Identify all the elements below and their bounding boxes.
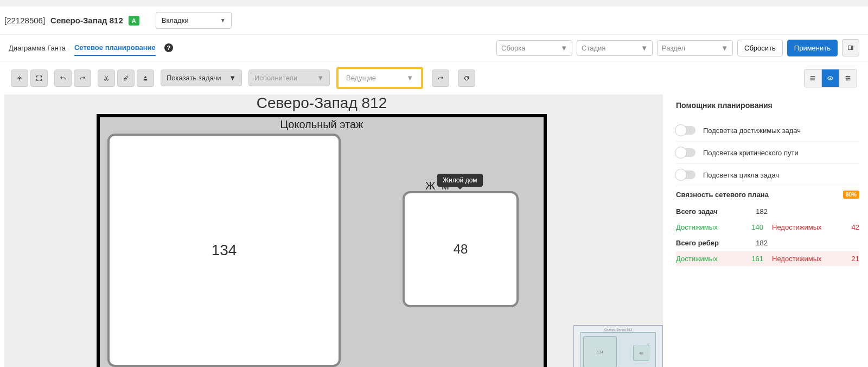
main: Северо-Запад 812 Цокольный этаж 134 Ж м … bbox=[0, 94, 868, 367]
tasks-reach-label: Достижимых bbox=[676, 223, 736, 231]
filter-assembly-label: Сборка bbox=[501, 44, 526, 52]
toggle-label-critical: Подсветка критического пути bbox=[703, 149, 799, 157]
tasks-unreach-value: 42 bbox=[832, 223, 859, 231]
filter-section-label: Раздел bbox=[662, 44, 685, 52]
view-mode-group bbox=[804, 69, 857, 87]
toggle-row-critical: Подсветка критического пути bbox=[676, 142, 859, 164]
chevron-down-icon: ▼ bbox=[317, 74, 324, 82]
cut-button[interactable] bbox=[98, 69, 115, 87]
fit-button[interactable] bbox=[11, 69, 28, 87]
node-value-2: 48 bbox=[454, 242, 468, 257]
toggle-reachable[interactable] bbox=[676, 126, 695, 135]
svg-point-5 bbox=[810, 76, 810, 77]
list-icon bbox=[810, 74, 816, 82]
svg-point-11 bbox=[846, 79, 847, 80]
filter-section[interactable]: Раздел ▼ bbox=[657, 40, 733, 56]
fullscreen-button[interactable] bbox=[30, 69, 48, 87]
tasks-reach-value: 140 bbox=[736, 223, 763, 231]
stats-connectivity-header: Связность сетевого плана 80% bbox=[676, 186, 859, 203]
settings-view-button[interactable] bbox=[839, 69, 857, 87]
filters: Сборка ▼ Стадия ▼ Раздел ▼ Сбросить Прим… bbox=[496, 39, 859, 56]
refresh-button[interactable] bbox=[458, 69, 475, 87]
connectivity-percent: 80% bbox=[843, 191, 859, 199]
svg-point-8 bbox=[829, 77, 831, 79]
tab-gantt[interactable]: Диаграмма Ганта bbox=[9, 41, 66, 55]
minimap[interactable]: Северо-Запад 812 134 48 bbox=[573, 325, 663, 367]
total-edges-value: 182 bbox=[741, 239, 768, 247]
svg-point-9 bbox=[846, 75, 847, 77]
top-bar bbox=[0, 0, 868, 7]
svg-rect-0 bbox=[848, 46, 853, 49]
tabs-dropdown[interactable]: Вкладки ▼ bbox=[156, 12, 232, 29]
stats-tasks-breakdown: Достижимых 140 Недостижимых 42 bbox=[676, 220, 859, 235]
edges-reach-value: 161 bbox=[736, 255, 763, 263]
fit-icon bbox=[17, 74, 22, 82]
canvas-area[interactable]: Северо-Запад 812 Цокольный этаж 134 Ж м … bbox=[4, 94, 663, 367]
redo-button[interactable] bbox=[74, 69, 91, 87]
user-button[interactable] bbox=[137, 69, 154, 87]
chevron-down-icon: ▼ bbox=[220, 17, 226, 23]
status-badge: А bbox=[129, 16, 139, 26]
leading-dropdown[interactable]: Ведущие ▼ bbox=[336, 67, 423, 89]
chevron-down-icon: ▼ bbox=[721, 44, 728, 52]
stats-total-tasks: Всего задач 182 bbox=[676, 203, 859, 220]
filter-assembly[interactable]: Сборка ▼ bbox=[496, 40, 572, 56]
svg-rect-1 bbox=[851, 46, 853, 49]
total-edges-label: Всего ребер bbox=[676, 239, 741, 247]
show-tasks-label: Показать задачи bbox=[167, 74, 221, 82]
svg-point-7 bbox=[810, 79, 810, 80]
floor-title: Цокольный этаж bbox=[100, 118, 544, 131]
tab-network[interactable]: Сетевое планирование bbox=[74, 40, 156, 56]
chevron-down-icon: ▼ bbox=[229, 74, 236, 82]
sidebar: Помощник планирования Подсветка достижим… bbox=[667, 94, 868, 367]
tasks-unreach-label: Недостижимых bbox=[763, 223, 832, 231]
edges-unreach-value: 21 bbox=[832, 255, 859, 263]
filter-stage[interactable]: Стадия ▼ bbox=[577, 40, 653, 56]
toggle-row-cycle: Подсветка цикла задач bbox=[676, 164, 859, 186]
total-tasks-label: Всего задач bbox=[676, 207, 741, 216]
tooltip: Жилой дом bbox=[437, 174, 483, 187]
tabs-row: Диаграмма Ганта Сетевое планирование ? С… bbox=[0, 35, 868, 61]
brush-button[interactable] bbox=[117, 69, 135, 87]
edges-reach-label: Достижимых bbox=[676, 255, 736, 263]
list-view-button[interactable] bbox=[805, 69, 822, 87]
tabs-dropdown-label: Вкладки bbox=[162, 16, 189, 24]
eye-icon bbox=[827, 74, 833, 82]
project-name: Северо-Запад 812 bbox=[50, 16, 123, 25]
minimap-node-2: 48 bbox=[633, 345, 649, 361]
apply-button[interactable]: Применить bbox=[787, 40, 838, 56]
diagram-title: Северо-Запад 812 bbox=[97, 94, 547, 112]
share-icon bbox=[438, 74, 443, 82]
help-icon[interactable]: ? bbox=[164, 43, 173, 52]
toggle-cycle[interactable] bbox=[676, 170, 695, 179]
reset-button[interactable]: Сбросить bbox=[737, 40, 783, 56]
brush-icon bbox=[123, 74, 129, 82]
node-box-1[interactable]: 134 bbox=[107, 134, 341, 367]
refresh-icon bbox=[464, 74, 469, 82]
performers-dropdown[interactable]: Исполнители ▼ bbox=[248, 69, 330, 86]
eye-view-button[interactable] bbox=[822, 69, 839, 87]
toggle-label-cycle: Подсветка цикла задач bbox=[703, 171, 779, 179]
connectivity-label: Связность сетевого плана bbox=[676, 191, 769, 199]
svg-point-3 bbox=[107, 79, 108, 80]
node-box-2[interactable]: 48 bbox=[403, 191, 519, 307]
stats-total-edges: Всего ребер 182 bbox=[676, 235, 859, 251]
leading-label: Ведущие bbox=[346, 74, 376, 82]
chevron-down-icon: ▼ bbox=[641, 44, 648, 52]
user-icon bbox=[143, 74, 148, 82]
show-tasks-dropdown[interactable]: Показать задачи ▼ bbox=[161, 69, 242, 86]
performers-label: Исполнители bbox=[254, 74, 297, 82]
toggle-critical[interactable] bbox=[676, 148, 695, 157]
share-button[interactable] bbox=[432, 69, 449, 87]
panel-toggle-button[interactable] bbox=[842, 39, 859, 56]
minimap-title: Северо-Запад 812 bbox=[574, 328, 662, 331]
diagram: Северо-Запад 812 Цокольный этаж 134 Ж м … bbox=[97, 94, 547, 367]
scissors-icon bbox=[104, 74, 109, 82]
svg-point-2 bbox=[104, 79, 106, 80]
outer-frame: Цокольный этаж 134 Ж м Жилой дом 48 bbox=[97, 114, 547, 367]
undo-button[interactable] bbox=[54, 69, 72, 87]
header: [22128506] Северо-Запад 812 А Вкладки ▼ bbox=[0, 7, 868, 35]
sliders-icon bbox=[845, 74, 851, 82]
minimap-frame: 134 48 bbox=[580, 332, 656, 367]
stats-edges-breakdown: Достижимых 161 Недостижимых 21 bbox=[676, 251, 859, 266]
